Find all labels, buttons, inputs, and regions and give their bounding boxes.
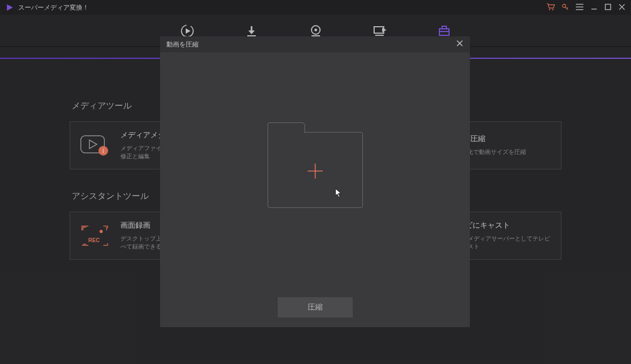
modal-overlay: 動画を圧縮 圧縮 <box>0 0 631 364</box>
plus-icon <box>306 161 325 183</box>
modal-footer: 圧縮 <box>160 288 470 327</box>
compress-button[interactable]: 圧縮 <box>278 297 353 317</box>
modal-title: 動画を圧縮 <box>166 40 199 49</box>
modal-close-icon[interactable] <box>456 40 463 49</box>
compress-modal: 動画を圧縮 圧縮 <box>160 36 470 327</box>
modal-header: 動画を圧縮 <box>160 36 470 52</box>
add-file-dropzone[interactable] <box>268 132 363 208</box>
modal-body <box>160 52 470 288</box>
